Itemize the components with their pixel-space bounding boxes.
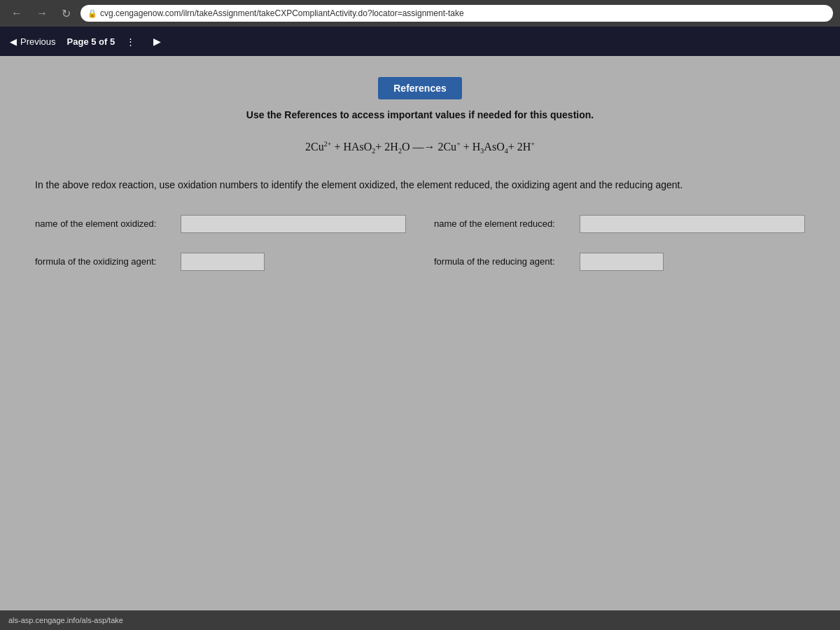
subtitle-text: Use the References to access important v… <box>246 109 594 120</box>
status-bar: als-asp.cengage.info/als-asp/take <box>0 610 840 630</box>
oxidizing-agent-label: formula of the oxidizing agent: <box>35 256 175 267</box>
references-button[interactable]: References <box>378 77 462 99</box>
answer-form: name of the element oxidized: name of th… <box>35 215 805 271</box>
reducing-agent-input[interactable] <box>580 253 664 271</box>
status-url: als-asp.cengage.info/als-asp/take <box>8 616 123 624</box>
question-text: In the above redox reaction, use oxidati… <box>35 178 805 192</box>
grid-icon: ⋮ <box>126 36 135 47</box>
top-nav-bar: ◀ Previous Page 5 of 5 ⋮ ▶ <box>0 27 840 56</box>
chemical-equation: 2Cu2+ + HAsO2+ 2H2O —→ 2Cu+ + H3AsO4+ 2H… <box>305 140 535 155</box>
page-indicator: Page 5 of 5 <box>67 36 115 47</box>
url-text: cvg.cengagenow.com/ilrn/takeAssignment/t… <box>100 8 464 18</box>
element-oxidized-label: name of the element oxidized: <box>35 218 175 229</box>
element-reduced-input[interactable] <box>580 215 805 233</box>
back-button[interactable]: ← <box>7 6 27 21</box>
previous-button[interactable]: ◀ Previous <box>10 36 56 47</box>
refresh-button[interactable]: ↻ <box>57 6 75 22</box>
reducing-agent-field: formula of the reducing agent: <box>434 253 805 271</box>
forward-button[interactable]: → <box>32 6 52 21</box>
browser-chrome: ← → ↻ 🔒 cvg.cengagenow.com/ilrn/takeAssi… <box>0 0 840 27</box>
previous-label: Previous <box>20 36 56 47</box>
element-oxidized-input[interactable] <box>181 215 406 233</box>
element-reduced-field: name of the element reduced: <box>434 215 805 233</box>
oxidizing-agent-input[interactable] <box>181 253 265 271</box>
lock-icon: 🔒 <box>88 9 97 18</box>
main-content: References Use the References to access … <box>0 56 840 610</box>
oxidizing-agent-field: formula of the oxidizing agent: <box>35 253 406 271</box>
next-area: ▶ <box>153 36 161 47</box>
reducing-agent-label: formula of the reducing agent: <box>434 256 574 267</box>
element-oxidized-field: name of the element oxidized: <box>35 215 406 233</box>
element-reduced-label: name of the element reduced: <box>434 218 574 229</box>
previous-arrow-icon: ◀ <box>10 36 17 47</box>
equation-text: 2Cu2+ + HAsO2+ 2H2O —→ 2Cu+ + H3AsO4+ 2H… <box>305 141 535 153</box>
address-bar[interactable]: 🔒 cvg.cengagenow.com/ilrn/takeAssignment… <box>80 5 833 22</box>
